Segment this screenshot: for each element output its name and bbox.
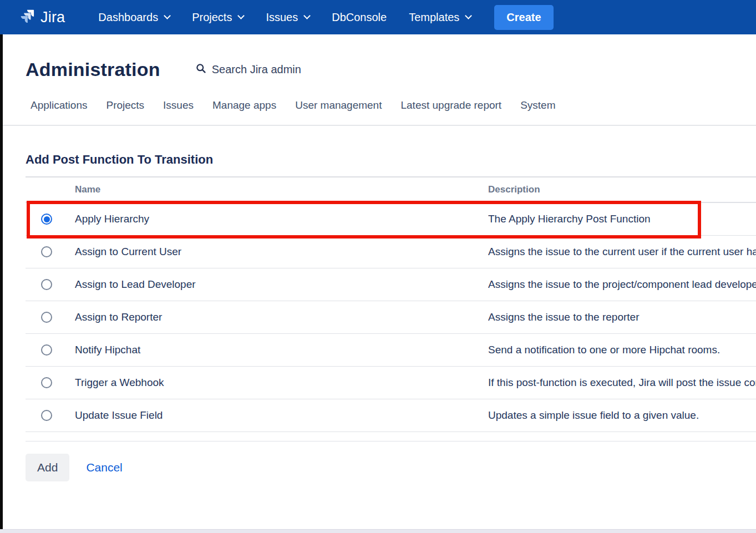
radio-button[interactable] (41, 410, 52, 421)
post-function-table-body: Apply Hierarchy The Apply Hierarchy Post… (26, 203, 756, 432)
admin-tab[interactable]: Latest upgrade report (391, 99, 511, 125)
jira-logo-icon (19, 8, 35, 27)
cancel-link[interactable]: Cancel (86, 461, 122, 474)
nav-item[interactable]: Issues (255, 0, 321, 34)
form-actions: Add Cancel (26, 454, 756, 481)
row-name: Assign to Lead Developer (75, 278, 488, 291)
nav-item-label: Issues (266, 11, 298, 24)
nav-item[interactable]: Projects (181, 0, 255, 34)
admin-tab[interactable]: Issues (154, 99, 203, 125)
radio-cell (26, 279, 75, 290)
radio-cell (26, 410, 75, 421)
admin-tab[interactable]: Manage apps (203, 99, 286, 125)
radio-cell (26, 344, 75, 356)
row-name: Trigger a Webhook (75, 377, 488, 389)
admin-tab-bar: Applications Projects Issues Manage apps… (0, 80, 756, 126)
table-row[interactable]: Assign to Reporter Assigns the issue to … (26, 301, 756, 334)
search-admin-label: Search Jira admin (212, 63, 301, 76)
table-row[interactable]: Apply Hierarchy The Apply Hierarchy Post… (26, 203, 756, 236)
radio-button[interactable] (41, 377, 52, 388)
radio-button[interactable] (41, 214, 52, 225)
table-row[interactable]: Update Issue Field Updates a simple issu… (26, 399, 756, 432)
chevron-down-icon (465, 12, 472, 19)
nav-item[interactable]: Dashboards (87, 0, 181, 34)
nav-items: Dashboards Projects Issues DbConsole Tem… (87, 0, 482, 34)
radio-button[interactable] (41, 279, 52, 290)
row-description: Assigns the issue to the project/compone… (488, 278, 756, 291)
horizontal-scrollbar[interactable] (0, 529, 756, 533)
post-function-table: Name Description Apply Hierarchy The App… (26, 177, 756, 432)
jira-logo[interactable]: Jira (19, 8, 65, 27)
search-icon (196, 63, 206, 76)
row-description: Send a notification to one or more Hipch… (488, 344, 756, 356)
administration-header: Administration Search Jira admin (0, 34, 756, 80)
admin-tab[interactable]: Projects (97, 99, 154, 125)
window-left-edge (0, 34, 3, 530)
main-content: Add Post Function To Transition Name Des… (0, 126, 756, 481)
row-name: Notify Hipchat (75, 344, 488, 356)
column-header-name: Name (75, 184, 488, 195)
create-button[interactable]: Create (494, 5, 553, 30)
chevron-down-icon (238, 12, 245, 19)
admin-tab[interactable]: System (511, 99, 565, 125)
page-title: Administration (26, 59, 160, 80)
admin-tab[interactable]: Applications (21, 99, 97, 125)
row-description: The Apply Hierarchy Post Function (488, 213, 756, 225)
add-button[interactable]: Add (26, 454, 69, 481)
table-row[interactable]: Assign to Current User Assigns the issue… (26, 236, 756, 268)
row-name: Apply Hierarchy (75, 213, 488, 225)
nav-item-label: Templates (409, 11, 459, 24)
jira-logo-text: Jira (40, 9, 65, 26)
section-heading: Add Post Function To Transition (26, 153, 756, 177)
chevron-down-icon (303, 12, 311, 19)
radio-button[interactable] (41, 246, 52, 257)
row-description: Assigns the issue to the current user if… (488, 246, 756, 258)
radio-cell (26, 214, 75, 225)
radio-cell (26, 377, 75, 388)
table-row[interactable]: Assign to Lead Developer Assigns the iss… (26, 268, 756, 301)
radio-cell (26, 312, 75, 323)
admin-search[interactable]: Search Jira admin (196, 63, 301, 76)
row-description: Updates a simple issue field to a given … (488, 409, 756, 422)
table-header-row: Name Description (26, 177, 756, 203)
nav-item-label: Dashboards (98, 11, 158, 24)
row-name: Update Issue Field (75, 409, 488, 422)
nav-item[interactable]: Templates (398, 0, 482, 34)
top-navigation-bar: Jira Dashboards Projects Issues DbConsol… (0, 0, 756, 34)
nav-item[interactable]: DbConsole (321, 0, 398, 34)
row-description: Assigns the issue to the reporter (488, 311, 756, 323)
row-name: Assign to Reporter (75, 311, 488, 323)
nav-item-label: DbConsole (332, 11, 387, 24)
admin-tab[interactable]: User management (286, 99, 391, 125)
radio-cell (26, 246, 75, 257)
radio-button[interactable] (41, 344, 52, 356)
table-row[interactable]: Notify Hipchat Send a notification to on… (26, 334, 756, 367)
actions-divider (26, 441, 756, 441)
radio-button[interactable] (41, 312, 52, 323)
chevron-down-icon (164, 12, 171, 19)
nav-item-label: Projects (192, 11, 232, 24)
row-name: Assign to Current User (75, 246, 488, 258)
row-description: If this post-function is executed, Jira … (488, 377, 756, 389)
column-header-description: Description (488, 184, 756, 195)
table-row[interactable]: Trigger a Webhook If this post-function … (26, 367, 756, 399)
